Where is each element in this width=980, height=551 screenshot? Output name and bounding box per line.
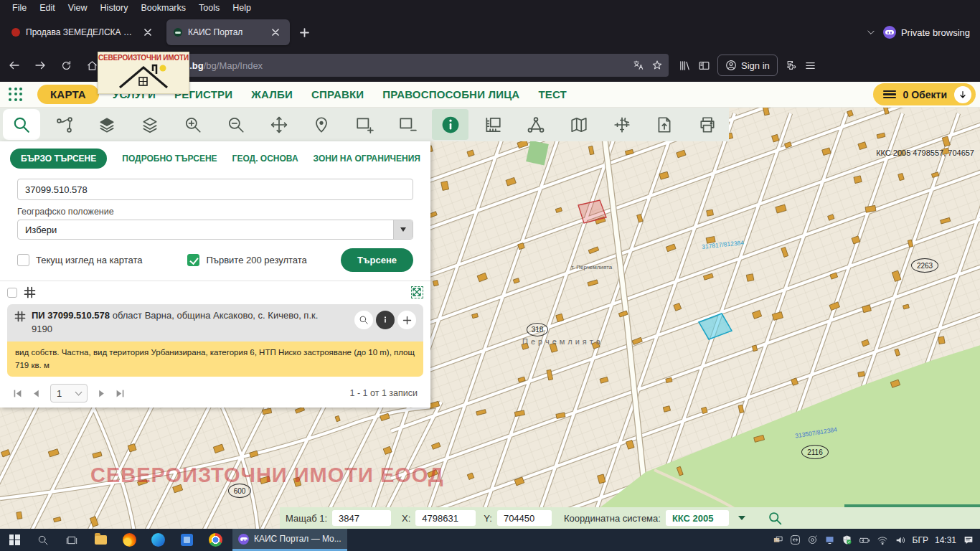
home-icon <box>86 60 98 72</box>
wifi-icon[interactable] <box>877 534 888 546</box>
language-indicator[interactable]: БГР <box>913 535 928 545</box>
bookmark-star-icon[interactable] <box>651 60 663 71</box>
x-input[interactable]: 4798631 <box>415 510 476 526</box>
result-item[interactable]: ПИ 37099.510.578 област Варна, община Ак… <box>7 304 423 342</box>
tool-geodesic-grid[interactable] <box>600 108 644 141</box>
chevron-down-icon[interactable] <box>738 516 745 520</box>
result-zoom-button[interactable] <box>354 311 373 329</box>
start-button[interactable] <box>0 529 29 551</box>
notification-center-icon[interactable] <box>963 534 974 546</box>
tab-close-button[interactable] <box>141 25 155 39</box>
tool-quick-search[interactable] <box>3 109 40 140</box>
first-page-button[interactable] <box>13 389 22 398</box>
forward-button[interactable] <box>29 54 52 77</box>
current-view-checkbox[interactable] <box>17 254 29 266</box>
camera-icon[interactable] <box>807 534 818 545</box>
battery-icon[interactable] <box>859 534 870 546</box>
tab-geodetic-base[interactable]: ГЕОД. ОСНОВА <box>232 154 298 164</box>
tab-close-button[interactable] <box>268 25 283 39</box>
tab-list-chevron-icon[interactable] <box>866 27 876 37</box>
nav-item-zhalbi[interactable]: ЖАЛБИ <box>251 88 293 100</box>
address-bar[interactable]: kais.cadastre.bg/bg/Map/Index <box>110 54 669 77</box>
last-page-button[interactable] <box>116 389 125 398</box>
objects-button[interactable]: 0 Обекти <box>873 83 976 105</box>
menu-view[interactable]: View <box>62 3 94 13</box>
edge-button[interactable] <box>143 529 172 551</box>
translate-icon[interactable] <box>633 60 644 71</box>
display-icon[interactable] <box>824 534 835 545</box>
tool-locate[interactable] <box>300 108 343 141</box>
first-200-checkbox[interactable] <box>187 254 199 266</box>
sidebar-icon[interactable] <box>698 60 710 72</box>
crs-select[interactable]: ККС 2005 <box>666 510 729 526</box>
nav-item-pravosposobni[interactable]: ПРАВОСПОСОБНИ ЛИЦА <box>382 88 519 100</box>
select-arrow-button[interactable] <box>393 220 413 239</box>
tool-layers-filled[interactable] <box>86 108 129 141</box>
security-shield-icon[interactable] <box>842 534 852 545</box>
tool-zoom-in[interactable] <box>171 108 215 141</box>
location-pin-icon <box>312 116 331 134</box>
search-button[interactable]: Търсене <box>341 248 413 272</box>
tool-layers-stack[interactable] <box>128 108 171 141</box>
result-info-button[interactable] <box>376 311 395 329</box>
scale-input[interactable]: 3847 <box>332 510 391 526</box>
menu-history[interactable]: History <box>94 3 135 13</box>
cascade-windows-icon[interactable] <box>773 534 783 545</box>
zoom-to-extent-icon[interactable] <box>411 286 423 298</box>
browser-tab-2[interactable]: КАИС Портал <box>166 19 290 45</box>
reload-button[interactable] <box>55 54 77 77</box>
extensions-puzzle-icon[interactable] <box>785 60 797 72</box>
menu-tools[interactable]: Tools <box>192 3 226 13</box>
geo-position-select[interactable]: Избери <box>17 220 413 240</box>
taskbar-search-button[interactable] <box>29 529 57 551</box>
firefox-button[interactable] <box>115 529 143 551</box>
nav-item-karta[interactable]: КАРТА <box>37 85 99 104</box>
new-tab-button[interactable] <box>297 25 311 39</box>
menu-file[interactable]: File <box>6 3 33 13</box>
next-page-button[interactable] <box>97 389 106 398</box>
clock[interactable]: 14:31 <box>935 535 956 545</box>
active-window-task[interactable]: КАИС Портал — Mo... <box>232 529 347 551</box>
y-input[interactable]: 704450 <box>497 510 552 526</box>
back-button[interactable] <box>3 54 26 77</box>
file-explorer-button[interactable] <box>86 529 115 551</box>
tool-zoom-rect-in[interactable] <box>343 108 386 141</box>
menu-help[interactable]: Help <box>226 3 258 13</box>
hamburger-menu-icon[interactable] <box>804 60 816 72</box>
search-input[interactable] <box>17 179 413 200</box>
tool-zoom-out[interactable] <box>215 108 258 141</box>
result-add-button[interactable] <box>397 311 416 329</box>
select-all-checkbox[interactable] <box>7 288 17 298</box>
tool-info[interactable] <box>432 109 469 140</box>
teamviewer-icon[interactable] <box>790 534 801 545</box>
prev-page-button[interactable] <box>32 389 41 398</box>
task-view-button[interactable] <box>57 529 86 551</box>
volume-icon[interactable] <box>895 534 906 546</box>
coordinate-search-button[interactable] <box>768 511 783 526</box>
tab-title: КАИС Портал <box>188 27 242 37</box>
map-point-label: т. Перчемлията <box>571 264 612 270</box>
tool-export[interactable] <box>644 108 687 141</box>
tool-measure-length[interactable] <box>471 108 514 141</box>
tool-map-sheets[interactable] <box>557 108 600 141</box>
library-icon[interactable] <box>679 60 691 72</box>
tool-route[interactable] <box>43 108 86 141</box>
apps-grid-icon[interactable] <box>9 88 23 102</box>
tab-restriction-zones[interactable]: ЗОНИ НА ОГРАНИЧЕНИЯ <box>314 154 420 164</box>
tab-quick-search[interactable]: БЪРЗО ТЪРСЕНЕ <box>10 149 107 169</box>
sign-in-button[interactable]: Sign in <box>717 55 778 76</box>
tab-detailed-search[interactable]: ПОДРОБНО ТЪРСЕНЕ <box>122 154 217 164</box>
tool-measure-area[interactable] <box>514 108 557 141</box>
menu-bookmarks[interactable]: Bookmarks <box>134 3 192 13</box>
tool-zoom-rect-out[interactable] <box>386 108 429 141</box>
nav-item-test[interactable]: ТЕСТ <box>538 88 567 100</box>
page-select[interactable]: 1 <box>50 384 88 402</box>
photos-button[interactable] <box>172 529 201 551</box>
browser-tab-1[interactable]: Продава ЗЕМЕДЕЛСКА ЗЕМЯ в <box>4 19 162 45</box>
chrome-button[interactable] <box>201 529 230 551</box>
download-arrow-icon <box>954 86 971 103</box>
tool-print[interactable] <box>686 108 729 141</box>
nav-item-spravki[interactable]: СПРАВКИ <box>311 88 364 100</box>
menu-edit[interactable]: Edit <box>33 3 62 13</box>
tool-pan[interactable] <box>258 108 301 141</box>
